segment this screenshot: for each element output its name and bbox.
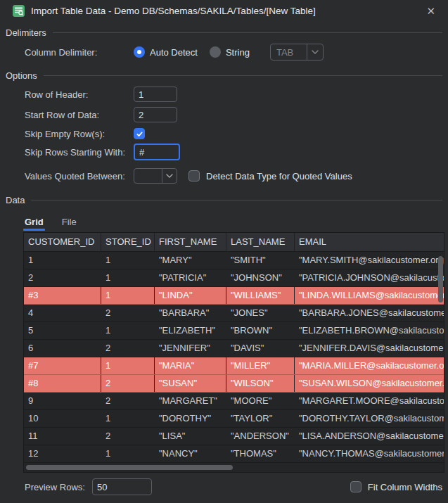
string-radio-label: String: [226, 47, 250, 58]
column-header[interactable]: FIRST_NAME: [155, 233, 226, 252]
table-cell: "JENNIFER.DAVIS@sakilacustomer.org": [295, 340, 444, 357]
table-row[interactable]: 62"JENNIFER""DAVIS""JENNIFER.DAVIS@sakil…: [24, 340, 444, 357]
column-header[interactable]: CUSTOMER_ID: [24, 233, 101, 252]
table-cell: "SUSAN": [155, 375, 226, 392]
skip-empty-rows-checkbox[interactable]: [134, 128, 145, 139]
table-cell: "WILSON": [226, 375, 295, 392]
column-header[interactable]: STORE_ID: [101, 233, 155, 252]
preview-rows-row: Preview Rows: Fit Column Widths: [0, 478, 448, 495]
table-row[interactable]: 92"MARGARET""MOORE""MARGARET.MOORE@sakil…: [24, 393, 444, 410]
title-bar: Import Table Data - Demo DB/Schemas/SAKI…: [0, 0, 448, 21]
horizontal-scrollbar-thumb[interactable]: [26, 465, 233, 470]
fit-column-widths-label: Fit Column Widths: [368, 482, 442, 492]
vertical-scrollbar-thumb[interactable]: [438, 256, 443, 303]
table-cell: #7: [24, 357, 101, 374]
table-cell: "PATRICIA.JOHNSON@sakilacustomer.org": [295, 269, 444, 286]
table-cell: "ELIZABETH": [155, 322, 226, 339]
skip-rows-starting-row: Skip Rows Starting With:: [25, 144, 442, 160]
tab-file[interactable]: File: [62, 212, 77, 231]
table-row[interactable]: 51"ELIZABETH""BROWN""ELIZABETH.BROWN@sak…: [24, 322, 444, 340]
fit-column-widths-checkbox[interactable]: [350, 481, 361, 492]
vertical-scrollbar[interactable]: [437, 252, 444, 463]
table-cell: "BARBARA": [155, 305, 226, 321]
string-radio[interactable]: String: [210, 46, 250, 58]
radio-disc-icon: [210, 46, 221, 58]
table-cell: 2: [101, 375, 155, 392]
checkmark-icon: [136, 130, 143, 138]
data-section-label: Data: [6, 195, 25, 205]
table-cell: 2: [101, 340, 155, 357]
table-cell: "ELIZABETH.BROWN@sakilacustomer.org": [295, 322, 444, 339]
delimiter-select[interactable]: TAB: [270, 44, 324, 61]
dialog-title: Import Table Data - Demo DB/Schemas/SAKI…: [31, 6, 423, 16]
table-row[interactable]: 112"LISA""ANDERSON""LISA.ANDERSON@sakila…: [24, 428, 444, 445]
column-delimiter-row: Column Delimiter: Auto Detect String TAB: [25, 44, 442, 61]
table-row-skipped[interactable]: #82"SUSAN""WILSON""SUSAN.WILSON@sakilacu…: [24, 375, 444, 393]
table-row-skipped[interactable]: #31"LINDA""WILLIAMS""LINDA.WILLIAMS@saki…: [24, 287, 444, 305]
skip-rows-starting-input[interactable]: [134, 144, 180, 160]
import-table-icon: [13, 5, 25, 17]
table-cell: "MARIA.MILLER@sakilacustomer.org": [295, 357, 444, 374]
table-row-skipped[interactable]: #71"MARIA""MILLER""MARIA.MILLER@sakilacu…: [24, 357, 444, 375]
table-cell: "SMITH": [226, 252, 295, 269]
column-header[interactable]: LAST_NAME: [226, 233, 295, 252]
row-of-header-label: Row of Header:: [25, 89, 134, 100]
table-cell: 9: [24, 393, 101, 409]
data-section-header: Data: [0, 193, 448, 206]
table-cell: "JONES": [226, 305, 295, 321]
quote-char-select[interactable]: [134, 168, 177, 184]
table-cell: "SUSAN.WILSON@sakilacustomer.org": [295, 375, 444, 392]
preview-rows-label: Preview Rows:: [25, 482, 85, 492]
table-cell: "WILLIAMS": [226, 287, 295, 304]
table-cell: "LISA": [155, 428, 226, 445]
delimiters-section-header: Delimiters: [0, 26, 448, 39]
horizontal-scrollbar[interactable]: [24, 463, 444, 472]
table-cell: #8: [24, 375, 101, 392]
detect-data-type-checkbox[interactable]: [188, 170, 200, 182]
grid-body: 11"MARY""SMITH""MARY.SMITH@sakilacustome…: [24, 252, 444, 463]
delimiter-select-value: TAB: [271, 47, 307, 58]
radio-disc-icon: [134, 46, 145, 58]
fit-column-widths-group: Fit Column Widths: [350, 481, 442, 492]
table-cell: "DOROTHY": [155, 410, 226, 427]
import-table-data-dialog: Import Table Data - Demo DB/Schemas/SAKI…: [0, 0, 448, 503]
values-quoted-row: Values Quoted Between: Detect Data Type …: [25, 168, 442, 184]
table-cell: #3: [24, 287, 101, 304]
table-cell: 6: [24, 340, 101, 357]
table-cell: 12: [24, 445, 101, 462]
table-row[interactable]: 21"PATRICIA""JOHNSON""PATRICIA.JOHNSON@s…: [24, 269, 444, 287]
table-cell: "LINDA.WILLIAMS@sakilacustomer.org": [295, 287, 444, 304]
start-row-of-data-row: Start Row of Data:: [25, 107, 442, 122]
table-row[interactable]: 42"BARBARA""JONES""BARBARA.JONES@sakilac…: [24, 305, 444, 322]
table-cell: 1: [101, 287, 155, 304]
delimiters-section-label: Delimiters: [6, 27, 46, 38]
options-section-label: Options: [6, 70, 37, 81]
table-row[interactable]: 11"MARY""SMITH""MARY.SMITH@sakilacustome…: [24, 252, 444, 269]
table-cell: 1: [101, 445, 155, 462]
table-cell: "NANCY": [155, 445, 226, 462]
table-cell: 2: [101, 393, 155, 409]
table-cell: "JENNIFER": [155, 340, 226, 357]
table-cell: "MARY": [155, 252, 226, 269]
table-cell: 4: [24, 305, 101, 321]
table-cell: "PATRICIA": [155, 269, 226, 286]
table-cell: "MOORE": [226, 393, 295, 409]
auto-detect-radio-label: Auto Detect: [150, 47, 198, 58]
table-cell: "BROWN": [226, 322, 295, 339]
grid-viewport: CUSTOMER_IDSTORE_IDFIRST_NAMELAST_NAMEEM…: [24, 233, 444, 463]
values-quoted-label: Values Quoted Between:: [25, 171, 134, 182]
row-of-header-input[interactable]: [134, 87, 177, 102]
table-row[interactable]: 101"DOROTHY""TAYLOR""DOROTHY.TAYLOR@saki…: [24, 410, 444, 428]
table-cell: 1: [101, 252, 155, 269]
table-cell: "MILLER": [226, 357, 295, 374]
tab-grid[interactable]: Grid: [25, 212, 44, 231]
auto-detect-radio[interactable]: Auto Detect: [134, 46, 198, 58]
table-cell: 1: [101, 269, 155, 286]
close-icon[interactable]: ✕: [423, 4, 438, 18]
table-cell: "THOMAS": [226, 445, 295, 462]
start-row-of-data-input[interactable]: [134, 107, 177, 122]
table-row[interactable]: 121"NANCY""THOMAS""NANCY.THOMAS@sakilacu…: [24, 445, 444, 463]
column-header[interactable]: EMAIL: [295, 233, 444, 252]
table-cell: "JOHNSON": [226, 269, 295, 286]
preview-rows-input[interactable]: [92, 478, 152, 495]
